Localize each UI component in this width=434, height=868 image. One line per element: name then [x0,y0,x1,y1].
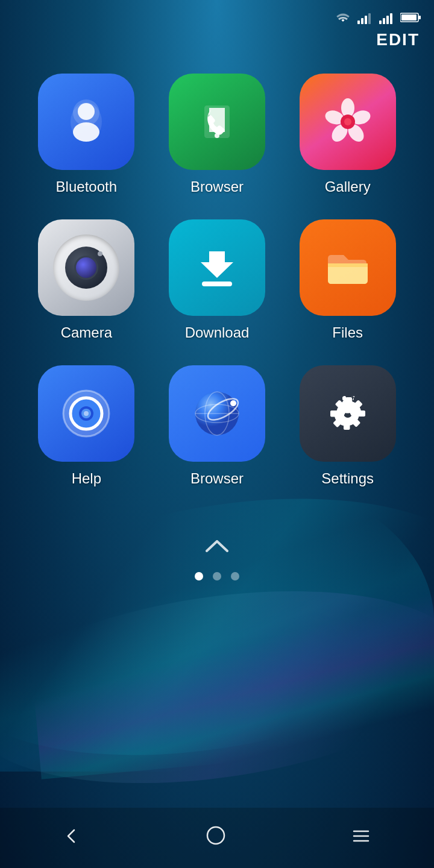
download-icon [169,219,265,316]
gear-symbol [321,386,375,441]
app-item-help[interactable]: Help [24,365,149,487]
svg-rect-5 [383,18,385,24]
app-item-browser-globe[interactable]: Browser [155,365,280,487]
app-item-settings[interactable]: Settings [285,365,410,487]
svg-rect-7 [390,13,392,24]
edit-button-row: EDIT [0,30,434,61]
svg-rect-4 [379,20,382,24]
svg-rect-10 [418,16,421,19]
page-dot-3[interactable] [231,572,239,580]
app-item-gallery[interactable]: Gallery [285,74,410,195]
svg-rect-2 [365,16,367,24]
files-label: Files [332,324,363,341]
wifi-icon [335,11,351,24]
bluetooth-label: Bluetooth [56,178,117,195]
page-dots [195,572,239,580]
gallery-label: Gallery [325,178,371,195]
camera-icon [38,219,134,316]
app-item-files[interactable]: Files [285,219,410,341]
settings-label: Settings [321,470,374,487]
svg-point-22 [344,118,351,125]
bluetooth-icon [38,74,134,170]
home-button[interactable] [188,820,244,856]
signal-icon [357,11,373,24]
camera-inner [65,247,107,289]
help-label: Help [72,470,101,487]
browser-phone-icon [169,74,265,170]
folder-symbol [321,241,375,295]
signal-icon2 [379,11,394,24]
svg-marker-23 [201,251,233,278]
browser-phone-label: Browser [190,178,244,195]
app-grid: Bluetooth Browser [0,61,434,499]
globe-symbol [190,386,244,441]
help-symbol [59,386,113,441]
page-dot-1[interactable] [195,572,203,580]
browser-globe-label: Browser [190,470,244,487]
svg-point-29 [84,411,89,416]
edit-button[interactable]: EDIT [376,30,420,49]
back-button[interactable] [45,821,98,855]
svg-point-14 [73,122,99,142]
svg-rect-9 [401,14,417,20]
phone-symbol [190,95,244,149]
svg-point-36 [230,400,236,406]
camera-lens [74,256,98,280]
status-icons [335,11,422,24]
svg-rect-3 [368,13,371,24]
bluetooth-symbol [59,95,113,149]
nav-bar [0,808,434,868]
download-symbol [190,241,244,295]
camera-dot [98,251,102,256]
svg-point-13 [78,103,95,120]
svg-rect-1 [361,18,363,24]
menu-button[interactable] [333,821,389,855]
files-icon [300,219,396,316]
svg-rect-24 [202,281,232,286]
svg-rect-0 [357,20,360,24]
download-label: Download [185,324,250,341]
gallery-icon [300,74,396,170]
battery-icon [400,11,422,24]
browser-globe-icon [169,365,265,462]
app-item-browser-phone[interactable]: Browser [155,74,280,195]
help-icon [38,365,134,462]
page-dot-2[interactable] [213,572,221,580]
settings-icon [300,365,396,462]
app-item-download[interactable]: Download [155,219,280,341]
app-item-camera[interactable]: Camera [24,219,149,341]
flower-symbol [321,95,375,149]
up-arrow[interactable] [202,535,232,560]
page-indicators [0,535,434,580]
camera-outer [53,234,119,301]
app-item-bluetooth[interactable]: Bluetooth [24,74,149,195]
camera-label: Camera [61,324,112,341]
svg-point-37 [207,827,224,844]
svg-rect-6 [386,16,389,24]
status-bar [0,0,434,30]
